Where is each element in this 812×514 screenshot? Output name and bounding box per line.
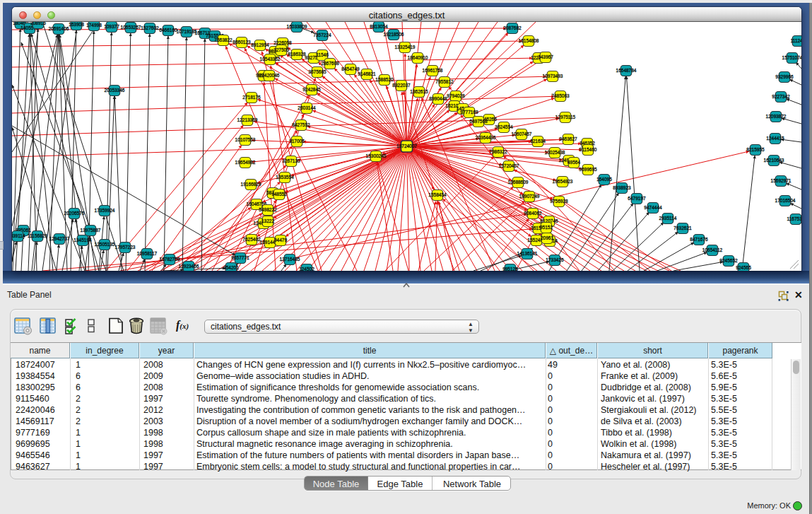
svg-text:2935114: 2935114 — [659, 216, 677, 221]
svg-text:20961: 20961 — [541, 235, 553, 240]
svg-text:917006: 917006 — [289, 139, 305, 144]
svg-text:1733426: 1733426 — [546, 257, 564, 262]
svg-text:3267130: 3267130 — [282, 158, 300, 163]
svg-text:8813054: 8813054 — [370, 24, 388, 29]
svg-text:20206576: 20206576 — [64, 211, 85, 216]
svg-text:9242845: 9242845 — [302, 87, 321, 92]
svg-text:6466160: 6466160 — [159, 28, 177, 33]
svg-text:327505: 327505 — [273, 47, 289, 52]
svg-text:9699695: 9699695 — [579, 167, 597, 172]
svg-text:7632621: 7632621 — [673, 226, 692, 230]
svg-text:6497568: 6497568 — [469, 119, 488, 124]
svg-text:16033809: 16033809 — [287, 24, 307, 29]
svg-text:8454749: 8454749 — [341, 66, 360, 71]
svg-text:8322037: 8322037 — [392, 83, 411, 88]
svg-text:18907249: 18907249 — [519, 194, 540, 199]
svg-text:7955812: 7955812 — [435, 79, 454, 84]
svg-text:94479: 94479 — [274, 238, 287, 243]
svg-text:1362615: 1362615 — [410, 89, 428, 94]
svg-text:9329966: 9329966 — [775, 74, 794, 79]
svg-text:9794028: 9794028 — [447, 93, 465, 98]
svg-text:5498222: 5498222 — [259, 207, 277, 212]
svg-text:163908: 163908 — [69, 22, 84, 27]
svg-text:621634: 621634 — [530, 139, 546, 144]
svg-text:10025438: 10025438 — [545, 150, 565, 155]
svg-text:208915: 208915 — [30, 22, 46, 25]
svg-text:13325419: 13325419 — [395, 45, 416, 49]
svg-text:12505135: 12505135 — [95, 242, 115, 247]
svg-text:12093872: 12093872 — [766, 114, 787, 119]
svg-text:18640910: 18640910 — [408, 55, 428, 60]
svg-text:8990448: 8990448 — [429, 96, 447, 101]
svg-text:9474444: 9474444 — [644, 205, 662, 210]
svg-text:19654982: 19654982 — [235, 160, 256, 165]
svg-text:12942737: 12942737 — [49, 236, 70, 241]
svg-text:1345194: 1345194 — [73, 238, 92, 243]
svg-text:948552: 948552 — [271, 192, 287, 197]
svg-text:16782759: 16782759 — [160, 257, 180, 262]
svg-text:14136141: 14136141 — [517, 251, 538, 256]
svg-text:8912954: 8912954 — [251, 42, 269, 47]
svg-text:8938923: 8938923 — [613, 185, 631, 190]
svg-text:13975887: 13975887 — [81, 228, 101, 233]
svg-text:9756928: 9756928 — [550, 199, 568, 204]
svg-text:343967: 343967 — [538, 54, 553, 59]
svg-text:164095: 164095 — [596, 177, 612, 182]
svg-text:10543362: 10543362 — [260, 57, 281, 62]
svg-text:1558454: 1558454 — [428, 192, 447, 197]
svg-text:1353554: 1353554 — [276, 175, 294, 180]
svg-text:924565: 924565 — [736, 265, 751, 270]
svg-text:15751074: 15751074 — [782, 55, 801, 60]
svg-text:1527602: 1527602 — [141, 25, 159, 30]
svg-text:9146821: 9146821 — [358, 71, 376, 76]
svg-text:10958117: 10958117 — [137, 251, 158, 256]
svg-text:10653267: 10653267 — [121, 25, 141, 30]
svg-text:1167533: 1167533 — [787, 216, 801, 221]
svg-text:9245652: 9245652 — [719, 258, 738, 263]
svg-text:9227342: 9227342 — [772, 94, 790, 99]
svg-text:18724007: 18724007 — [396, 144, 417, 148]
svg-text:3675685: 3675685 — [308, 69, 326, 74]
svg-text:111243: 111243 — [791, 38, 801, 43]
svg-text:2087682: 2087682 — [503, 25, 522, 30]
svg-text:7625402: 7625402 — [242, 237, 261, 242]
svg-text:109377: 109377 — [104, 24, 119, 29]
svg-text:8660123: 8660123 — [233, 40, 251, 45]
svg-text:124502: 124502 — [299, 267, 314, 271]
svg-text:15692971: 15692971 — [771, 178, 792, 183]
svg-text:11156829: 11156829 — [28, 233, 47, 238]
svg-text:20364436: 20364436 — [476, 135, 496, 140]
svg-text:10607467: 10607467 — [512, 132, 532, 136]
svg-text:95152: 95152 — [540, 225, 553, 230]
svg-text:8215955: 8215955 — [746, 147, 765, 152]
svg-text:17359924: 17359924 — [95, 208, 115, 213]
svg-text:16154808: 16154808 — [519, 38, 539, 43]
svg-text:1588520: 1588520 — [375, 77, 394, 82]
svg-text:17016504: 17016504 — [775, 198, 796, 203]
svg-text:49564: 49564 — [567, 160, 580, 165]
svg-text:13716485: 13716485 — [280, 257, 300, 262]
svg-text:8471676: 8471676 — [690, 237, 708, 242]
svg-text:10719185: 10719185 — [177, 29, 197, 34]
svg-text:3624554: 3624554 — [495, 124, 513, 129]
svg-text:19218506: 19218506 — [384, 32, 404, 37]
svg-text:7357224: 7357224 — [313, 33, 331, 37]
svg-text:10654112: 10654112 — [702, 247, 723, 252]
svg-text:7563822: 7563822 — [214, 37, 233, 42]
svg-text:2867608: 2867608 — [321, 61, 339, 66]
svg-text:16961758: 16961758 — [423, 68, 443, 73]
svg-text:9657771: 9657771 — [231, 255, 249, 260]
svg-text:2603144: 2603144 — [298, 105, 316, 110]
svg-text:20691406: 20691406 — [49, 26, 69, 31]
svg-text:16210643: 16210643 — [764, 158, 784, 163]
svg-text:10973493: 10973493 — [543, 74, 563, 78]
svg-text:174998: 174998 — [86, 23, 102, 28]
svg-text:11546: 11546 — [316, 52, 329, 57]
svg-text:954201: 954201 — [223, 265, 239, 270]
svg-text:20053346: 20053346 — [105, 88, 125, 93]
svg-text:17957223: 17957223 — [115, 245, 136, 250]
svg-text:16648784: 16648784 — [616, 68, 637, 73]
svg-text:9115460: 9115460 — [579, 147, 597, 152]
svg-text:995125: 995125 — [502, 267, 518, 271]
svg-text:7986322: 7986322 — [489, 149, 507, 154]
